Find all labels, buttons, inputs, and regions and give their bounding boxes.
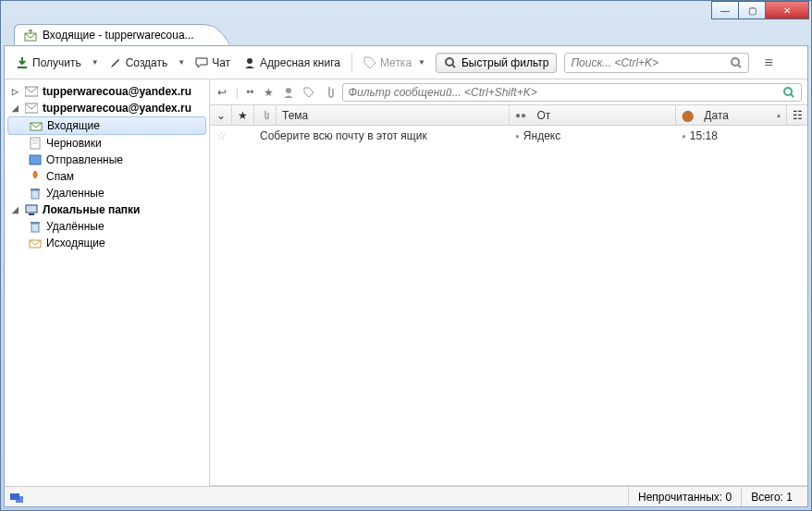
qf-toggle-group: •• ★ — [246, 86, 334, 99]
col-star[interactable]: ★ — [232, 105, 254, 125]
svg-rect-14 — [31, 190, 39, 199]
minimize-button[interactable]: — — [711, 1, 739, 19]
svg-line-23 — [791, 94, 794, 97]
qf-separator: | — [236, 86, 239, 99]
tag-filter-icon[interactable] — [303, 87, 314, 98]
account-label: tupperwarecoua@yandex.ru — [43, 102, 191, 115]
attachment-filter-icon[interactable] — [324, 86, 335, 99]
status-bar: Непрочитанных: 0 Всего: 1 — [5, 486, 807, 506]
tag-button[interactable]: Метка ▼ — [358, 53, 434, 73]
quick-filter-button[interactable]: Быстрый фильтр — [436, 53, 557, 73]
folder-local-trash[interactable]: Удалённые — [5, 218, 209, 235]
folder-label: Отправленные — [46, 153, 123, 166]
svg-point-5 — [732, 58, 739, 66]
get-mail-button[interactable]: Получить — [10, 53, 87, 73]
computer-icon — [25, 203, 38, 216]
svg-rect-15 — [31, 189, 40, 190]
col-date[interactable]: ⬤ Дата▴ — [676, 105, 787, 125]
back-arrow-icon[interactable]: ↩ — [215, 86, 228, 99]
global-search[interactable] — [564, 53, 749, 73]
message-filter[interactable] — [342, 83, 802, 102]
close-button[interactable]: ✕ — [765, 1, 809, 19]
window-controls: — ▢ ✕ — [1, 1, 811, 21]
folder-trash[interactable]: Удаленные — [5, 185, 209, 201]
address-book-button[interactable]: Адресная книга — [238, 53, 346, 73]
flame-icon — [29, 170, 42, 183]
filter-input[interactable] — [349, 86, 777, 99]
chat-button[interactable]: Чат — [190, 53, 236, 73]
svg-rect-16 — [26, 205, 37, 213]
toolbar-separator — [351, 53, 352, 73]
svg-point-21 — [286, 88, 291, 93]
get-mail-dropdown[interactable]: ▼ — [89, 58, 102, 67]
app-menu-button[interactable]: ≡ — [758, 51, 778, 75]
inbox-icon — [30, 119, 43, 132]
chat-label: Чат — [212, 56, 230, 69]
message-list[interactable]: ☆ Соберите всю почту в этот ящик ●Яндекс… — [210, 126, 807, 486]
tag-dropdown-caret: ▼ — [415, 58, 428, 67]
folder-inbox[interactable]: Входящие — [7, 116, 206, 135]
folder-label: Входящие — [47, 119, 100, 132]
svg-point-3 — [446, 58, 453, 66]
chat-icon — [195, 56, 208, 69]
tag-icon — [363, 56, 376, 69]
twisty-icon[interactable]: ◢ — [12, 103, 20, 113]
quick-filter-label: Быстрый фильтр — [461, 56, 548, 69]
account-row[interactable]: ◢ tupperwarecoua@yandex.ru — [5, 100, 209, 116]
svg-rect-18 — [31, 224, 39, 232]
folder-spam[interactable]: Спам — [5, 168, 209, 185]
twisty-icon[interactable]: ▷ — [12, 87, 20, 96]
folder-sent[interactable]: Отправленные — [5, 152, 209, 168]
star-toggle[interactable]: ☆ — [210, 129, 232, 142]
row-date: ●15:18 — [676, 129, 807, 142]
account-label: tupperwarecoua@yandex.ru — [43, 85, 191, 98]
message-row[interactable]: ☆ Соберите всю почту в этот ящик ●Яндекс… — [210, 126, 807, 146]
svg-point-2 — [247, 58, 252, 64]
main-toolbar: Получить ▼ Создать ▼ Чат Адресная книга … — [5, 46, 807, 79]
account-row[interactable]: ▷ tupperwarecoua@yandex.ru — [5, 83, 209, 100]
total-count: Всего: 1 — [741, 487, 802, 506]
col-attachment[interactable] — [254, 105, 277, 125]
twisty-icon[interactable]: ◢ — [12, 205, 20, 214]
mail-account-icon — [25, 85, 38, 98]
folder-label: Удаленные — [46, 187, 105, 200]
contact-filter-icon[interactable] — [283, 87, 294, 98]
compose-label: Создать — [126, 56, 168, 69]
unread-count: Непрочитанных: 0 — [628, 487, 741, 506]
row-subject: Соберите всю почту в этот ящик — [254, 129, 510, 142]
folder-label: Спам — [46, 170, 74, 183]
compose-dropdown[interactable]: ▼ — [175, 58, 188, 67]
tab-inbox[interactable]: Входящие - tupperwarecoua... — [14, 24, 217, 45]
search-icon[interactable] — [782, 86, 795, 99]
download-icon — [16, 56, 29, 69]
local-folders-label: Локальные папки — [43, 203, 141, 216]
column-headers: ⌄ ★ Тема ●● От ⬤ Дата▴ ☷ — [210, 105, 807, 126]
get-mail-label: Получить — [32, 56, 81, 69]
maximize-button[interactable]: ▢ — [738, 1, 766, 19]
search-go-icon[interactable] — [730, 56, 743, 69]
folder-drafts[interactable]: Черновики — [5, 135, 209, 152]
compose-button[interactable]: Создать — [104, 53, 174, 73]
search-icon — [444, 56, 457, 69]
local-folders-row[interactable]: ◢ Локальные папки — [5, 201, 209, 218]
column-picker[interactable]: ☷ — [787, 105, 807, 125]
person-icon — [243, 56, 256, 69]
unread-filter-icon[interactable]: •• — [246, 86, 253, 99]
tab-title: Входящие - tupperwarecoua... — [43, 29, 194, 42]
activity-icon[interactable] — [10, 491, 23, 504]
col-thread[interactable]: ⌄ — [210, 105, 232, 125]
svg-point-22 — [784, 88, 792, 95]
sent-icon — [29, 153, 42, 166]
trash-icon — [29, 187, 42, 200]
col-subject[interactable]: Тема — [277, 105, 510, 125]
col-from[interactable]: ●● От — [510, 105, 676, 125]
svg-rect-17 — [29, 213, 34, 215]
svg-rect-1 — [18, 67, 27, 68]
folder-outbox[interactable]: Исходящие — [5, 235, 209, 251]
trash-icon — [29, 220, 42, 233]
folder-label: Черновики — [46, 137, 102, 150]
mail-account-icon — [25, 102, 38, 115]
search-input[interactable] — [571, 56, 724, 69]
star-filter-icon[interactable]: ★ — [264, 86, 274, 99]
folder-tree[interactable]: ▷ tupperwarecoua@yandex.ru ◢ tupperwarec… — [5, 79, 210, 486]
